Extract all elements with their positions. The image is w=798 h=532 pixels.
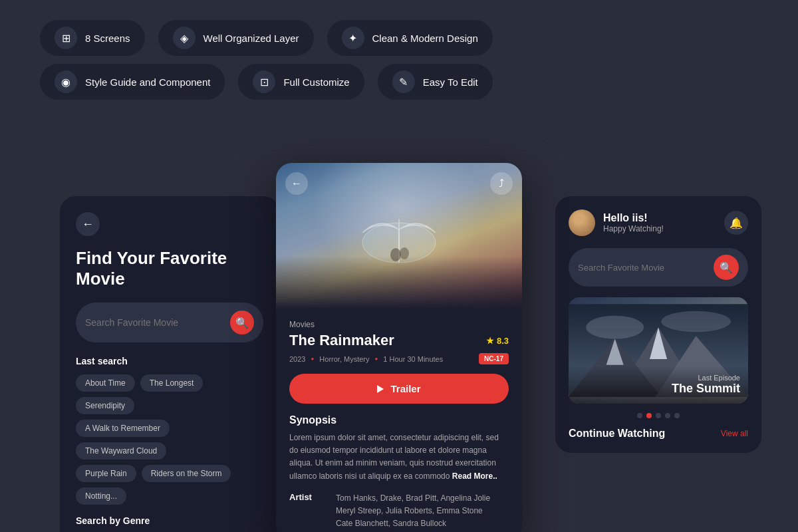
movie-meta: 2023 ● Horror, Mystery ● 1 Hour 30 Minut… — [289, 353, 509, 364]
edit-icon: ✎ — [392, 70, 415, 93]
last-search-label: Last search — [76, 356, 263, 366]
last-episode-label: Last Episode — [577, 374, 740, 382]
star-icon: ★ — [486, 336, 494, 346]
synopsis-text: Lorem ipsum dolor sit amet, consectetur … — [289, 432, 509, 483]
badge-screens: ⊞ 8 Screens — [40, 20, 145, 56]
nc17-badge: NC-17 — [479, 353, 509, 364]
right-header: Hello iis! Happy Watching! 🔔 — [569, 209, 748, 236]
hero-overlay — [276, 256, 522, 309]
greeting-text: Hello iis! — [603, 212, 664, 224]
carousel-dots — [569, 413, 748, 418]
sub-greeting-text: Happy Watching! — [603, 224, 664, 233]
back-button[interactable]: ← — [76, 212, 100, 236]
tag-serendipity[interactable]: Serendipity — [76, 397, 134, 414]
rating-badge: ★ 8.3 — [486, 336, 509, 346]
search-genre-label: Search by Genre — [76, 515, 263, 526]
badge-design-label: Clean & Modern Design — [372, 33, 478, 44]
badges-row-2: ◉ Style Guide and Component ⊡ Full Custo… — [0, 56, 798, 100]
artist-label: Artist — [289, 492, 323, 531]
find-title: Find Your Favorite Movie — [76, 248, 263, 289]
style-icon: ◉ — [55, 70, 77, 93]
movie-category: Movies — [289, 320, 509, 329]
continue-watching-title: Continue Watching — [569, 428, 665, 440]
badge-customize: ⊡ Full Customize — [238, 64, 364, 100]
dot-2-active[interactable] — [646, 413, 652, 418]
tag-walk-to-remember[interactable]: A Walk to Remember — [76, 420, 170, 437]
banner-overlay: Last Episode The Summit — [569, 366, 748, 404]
view-all-link[interactable]: View all — [721, 429, 748, 438]
tag-row-3: Purple Rain Riders on the Storm Notting.… — [76, 465, 263, 505]
right-search-button[interactable]: 🔍 — [714, 255, 739, 280]
tag-notting[interactable]: Notting... — [76, 487, 126, 505]
tag-row-2: A Walk to Remember The Wayward Cloud — [76, 420, 263, 460]
left-search-bar[interactable]: 🔍 — [76, 303, 263, 342]
left-phone-card: ← Find Your Favorite Movie 🔍 Last search… — [60, 196, 279, 532]
badge-edit: ✎ Easy To Edit — [378, 64, 493, 100]
meta-dot-1: ● — [311, 356, 314, 362]
badge-customize-label: Full Customize — [283, 76, 349, 88]
artist-section: Artist Tom Hanks, Drake, Brad Pitt, Ange… — [289, 492, 509, 531]
left-search-input[interactable] — [85, 317, 223, 328]
tag-purple-rain[interactable]: Purple Rain — [76, 465, 136, 482]
movie-title: The Rainmaker — [289, 332, 394, 349]
user-info: Hello iis! Happy Watching! — [569, 209, 664, 236]
layers-icon: ◈ — [173, 27, 196, 49]
tag-riders[interactable]: Riders on the Storm — [142, 465, 231, 482]
avatar — [569, 209, 595, 236]
trailer-button[interactable]: Trailer — [289, 374, 509, 404]
bell-icon[interactable]: 🔔 — [724, 211, 748, 235]
badge-style: ◉ Style Guide and Component — [40, 64, 225, 100]
read-more-link[interactable]: Read More.. — [452, 471, 497, 481]
right-search-input[interactable] — [578, 263, 708, 273]
left-search-button[interactable]: 🔍 — [230, 311, 254, 334]
dot-1[interactable] — [637, 413, 642, 418]
right-phone-card: Hello iis! Happy Watching! 🔔 🔍 — [555, 196, 761, 453]
movie-hero-image: ← ⤴ — [276, 163, 522, 309]
dot-4[interactable] — [665, 413, 670, 418]
dot-5[interactable] — [674, 413, 680, 418]
tag-the-longest[interactable]: The Longest — [140, 374, 203, 392]
screens-icon: ⊞ — [55, 27, 77, 49]
badge-layers-label: Well Organized Layer — [203, 33, 299, 44]
rating-value: 8.3 — [497, 336, 509, 346]
modal-share-button[interactable]: ⤴ — [490, 172, 513, 195]
design-icon: ✦ — [342, 27, 364, 49]
svg-point-10 — [661, 311, 731, 332]
trailer-label: Trailer — [390, 383, 420, 394]
movie-year: 2023 — [289, 355, 305, 363]
tag-wayward-cloud[interactable]: The Wayward Cloud — [76, 442, 166, 460]
badges-row-1: ⊞ 8 Screens ◈ Well Organized Layer ✦ Cle… — [0, 0, 798, 56]
dot-3[interactable] — [656, 413, 661, 418]
badge-screens-label: 8 Screens — [85, 33, 130, 44]
modal-body: Movies The Rainmaker ★ 8.3 2023 ● Horror… — [276, 309, 522, 532]
modal-nav: ← ⤴ — [285, 172, 513, 195]
right-search-bar[interactable]: 🔍 — [569, 248, 748, 287]
tag-about-time[interactable]: About Time — [76, 374, 135, 392]
greeting-block: Hello iis! Happy Watching! — [603, 212, 664, 233]
modal-back-button[interactable]: ← — [285, 172, 308, 195]
badge-edit-label: Easy To Edit — [423, 76, 478, 88]
summit-title: The Summit — [577, 382, 740, 396]
artist-names: Tom Hanks, Drake, Brad Pitt, Angelina Jo… — [336, 492, 490, 531]
customize-icon: ⊡ — [253, 70, 275, 93]
tag-row-1: About Time The Longest Serendipity — [76, 374, 263, 414]
play-icon — [377, 385, 384, 393]
badge-design: ✦ Clean & Modern Design — [327, 20, 493, 56]
movie-genres: Horror, Mystery — [319, 355, 369, 363]
meta-dot-2: ● — [375, 356, 378, 362]
movie-detail-modal: ← ⤴ Movies The Rainmaker ★ 8.3 2023 ● Ho… — [276, 163, 522, 532]
avatar-image — [569, 209, 595, 236]
hero-banner[interactable]: Last Episode The Summit — [569, 297, 748, 404]
badge-layers: ◈ Well Organized Layer — [158, 20, 314, 56]
continue-watching-row: Continue Watching View all — [569, 428, 748, 440]
movie-duration: 1 Hour 30 Minutes — [383, 355, 443, 363]
svg-point-9 — [586, 316, 644, 339]
synopsis-title: Synopsis — [289, 414, 509, 426]
movie-title-row: The Rainmaker ★ 8.3 — [289, 332, 509, 349]
badge-style-label: Style Guide and Component — [85, 76, 210, 88]
